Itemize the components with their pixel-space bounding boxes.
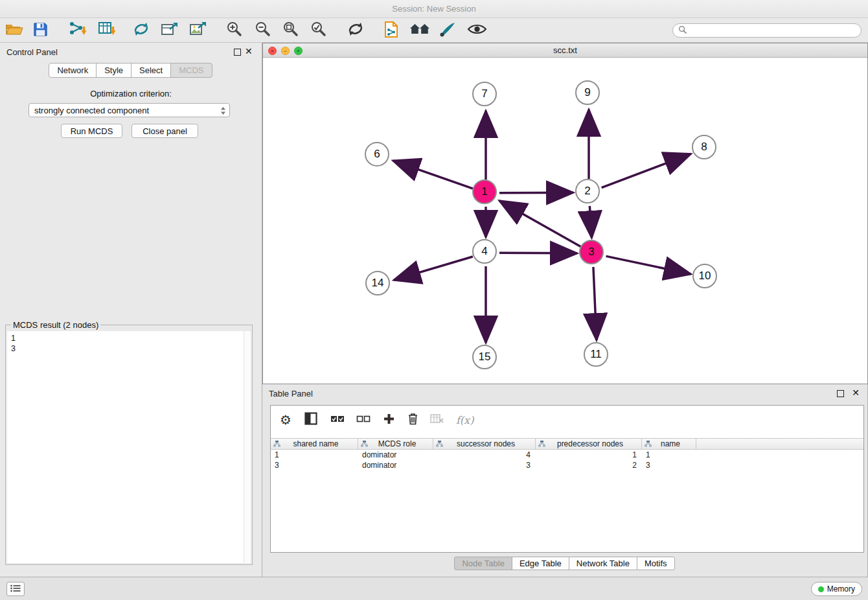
mac-zoom-button[interactable]: + bbox=[294, 47, 303, 55]
graph-edge-1-6[interactable] bbox=[393, 161, 474, 189]
network-window: × − + scc.txt 7968124314101511 bbox=[262, 43, 868, 384]
graph-edge-2-3[interactable] bbox=[589, 206, 591, 238]
graph-node-15[interactable]: 15 bbox=[472, 345, 497, 369]
graph-edge-3-1[interactable] bbox=[499, 201, 581, 247]
graph-node-14[interactable]: 14 bbox=[365, 271, 390, 295]
import-table-button[interactable] bbox=[96, 19, 118, 41]
checked-boxes-icon bbox=[330, 414, 345, 426]
close-table-panel-icon[interactable]: ✕ bbox=[852, 388, 860, 398]
home-button[interactable] bbox=[409, 19, 431, 41]
memory-label: Memory bbox=[827, 584, 855, 594]
table-tabs: Node TableEdge TableNetwork TableMotifs bbox=[262, 557, 867, 570]
search-input[interactable] bbox=[690, 26, 856, 35]
column-header-MCDS-role[interactable]: MCDS role bbox=[358, 438, 433, 450]
criterion-dropdown[interactable]: strongly connected component bbox=[29, 103, 230, 117]
zoom-in-button[interactable] bbox=[223, 19, 246, 41]
show-hide-button[interactable] bbox=[466, 19, 488, 41]
fx-icon: f(x) bbox=[456, 414, 474, 426]
graph-node-4[interactable]: 4 bbox=[472, 239, 497, 264]
tab-network-table[interactable]: Network Table bbox=[569, 557, 637, 570]
zoom-out-button[interactable] bbox=[252, 19, 274, 41]
graph-node-11[interactable]: 11 bbox=[584, 342, 608, 367]
control-panel-title: Control Panel bbox=[6, 47, 58, 57]
table-settings-button[interactable]: ⚙ bbox=[280, 410, 291, 430]
function-builder-button[interactable]: f(x) bbox=[456, 410, 474, 430]
table-cell: 1 bbox=[536, 450, 642, 460]
run-mcds-button[interactable]: Run MCDS bbox=[61, 124, 122, 138]
trash-icon bbox=[407, 412, 418, 428]
tab-edge-table[interactable]: Edge Table bbox=[512, 557, 569, 570]
refresh-button[interactable] bbox=[345, 19, 367, 41]
tab-style[interactable]: Style bbox=[96, 63, 131, 78]
search-field[interactable] bbox=[672, 23, 862, 38]
document-share-icon bbox=[383, 21, 399, 41]
control-panel: Control Panel ✕ NetworkStyleSelectMCDS O… bbox=[0, 43, 262, 577]
export-image-button[interactable] bbox=[187, 19, 209, 41]
column-header-name[interactable]: name bbox=[642, 438, 696, 450]
graph-edge-3-10[interactable] bbox=[606, 256, 691, 274]
mcds-result-line: 1 bbox=[11, 333, 247, 343]
graph-edge-3-11[interactable] bbox=[593, 267, 597, 340]
graph-edge-2-8[interactable] bbox=[602, 154, 691, 187]
table-cell: 3 bbox=[271, 460, 358, 470]
tab-mcds[interactable]: MCDS bbox=[170, 63, 212, 78]
delete-table-icon bbox=[430, 413, 444, 426]
mcds-result-line: 3 bbox=[11, 343, 247, 354]
memory-button[interactable]: Memory bbox=[811, 582, 862, 596]
delete-table-button[interactable] bbox=[430, 410, 444, 430]
gear-icon: ⚙ bbox=[280, 413, 291, 426]
table-cell: 1 bbox=[271, 450, 358, 460]
mac-minimize-button[interactable]: − bbox=[281, 47, 290, 55]
column-header-successor-nodes[interactable]: successor nodes bbox=[433, 438, 536, 450]
graph-edge-4-3[interactable] bbox=[499, 253, 577, 253]
network-document-button[interactable] bbox=[380, 19, 402, 41]
task-history-button[interactable] bbox=[6, 582, 25, 596]
graph-node-9[interactable]: 9 bbox=[575, 80, 600, 105]
import-table-icon bbox=[98, 21, 116, 40]
column-tree-icon bbox=[538, 441, 545, 447]
export-window-button[interactable] bbox=[158, 19, 180, 41]
close-panel-icon[interactable]: ✕ bbox=[245, 47, 253, 56]
select-all-button[interactable] bbox=[330, 410, 345, 430]
open-folder-icon bbox=[5, 21, 23, 40]
tab-motifs[interactable]: Motifs bbox=[637, 557, 675, 570]
save-session-button[interactable] bbox=[29, 19, 51, 41]
graph-node-2[interactable]: 2 bbox=[575, 179, 600, 203]
tab-network[interactable]: Network bbox=[49, 63, 97, 78]
control-panel-tabs: NetworkStyleSelectMCDS bbox=[0, 63, 262, 78]
graph-node-3[interactable]: 3 bbox=[579, 240, 604, 264]
open-session-button[interactable] bbox=[3, 19, 25, 41]
table-cell: 3 bbox=[433, 460, 536, 470]
column-header-predecessor-nodes[interactable]: predecessor nodes bbox=[536, 438, 642, 450]
tab-select[interactable]: Select bbox=[131, 63, 171, 78]
delete-column-button[interactable] bbox=[407, 410, 418, 430]
graph-node-7[interactable]: 7 bbox=[472, 82, 497, 106]
graph-node-6[interactable]: 6 bbox=[365, 142, 389, 167]
tab-node-table[interactable]: Node Table bbox=[454, 557, 512, 570]
table-row[interactable]: 1dominator411 bbox=[271, 450, 863, 460]
graph-node-8[interactable]: 8 bbox=[692, 135, 716, 159]
table-row[interactable]: 3dominator323 bbox=[271, 460, 863, 470]
zoom-selected-button[interactable] bbox=[308, 19, 330, 41]
close-panel-button[interactable]: Close panel bbox=[131, 124, 198, 138]
float-table-panel-button[interactable] bbox=[837, 390, 844, 397]
table-cell: 4 bbox=[433, 450, 536, 460]
float-panel-button[interactable] bbox=[234, 49, 241, 56]
mcds-result-lines: 13 bbox=[7, 331, 251, 356]
network-tools-button[interactable] bbox=[130, 19, 152, 41]
graph-edge-4-14[interactable] bbox=[394, 257, 473, 280]
show-columns-button[interactable] bbox=[304, 410, 317, 430]
graph-edge-1-2[interactable] bbox=[499, 192, 573, 193]
mac-close-button[interactable]: × bbox=[268, 47, 277, 55]
result-scrollbar[interactable] bbox=[244, 331, 251, 563]
column-header-label: shared name bbox=[280, 439, 358, 448]
add-column-button[interactable] bbox=[383, 410, 394, 430]
import-network-button[interactable] bbox=[67, 19, 89, 41]
zoom-fit-button[interactable] bbox=[280, 19, 302, 41]
network-canvas[interactable]: 7968124314101511 bbox=[263, 58, 867, 384]
graph-node-1[interactable]: 1 bbox=[472, 179, 497, 204]
graph-node-10[interactable]: 10 bbox=[692, 264, 717, 288]
unselect-all-button[interactable] bbox=[356, 410, 371, 430]
column-header-shared-name[interactable]: shared name bbox=[271, 438, 358, 450]
style-button[interactable] bbox=[437, 19, 459, 41]
